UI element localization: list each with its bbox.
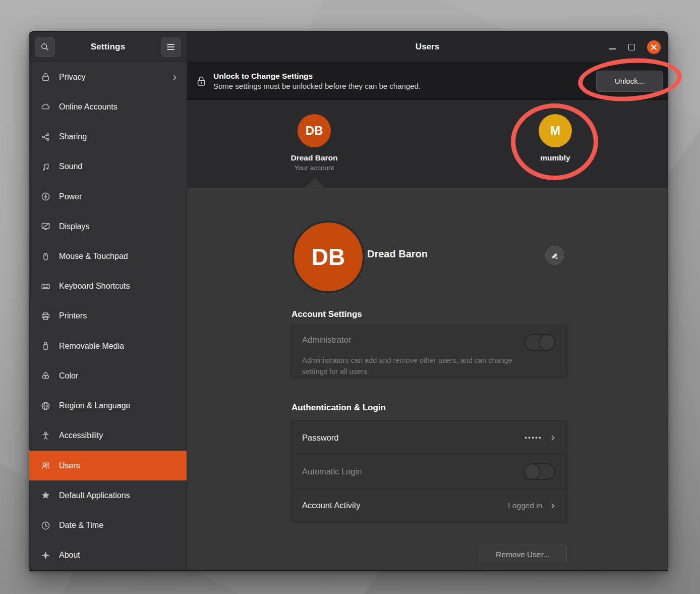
sidebar-item-printers[interactable]: Printers xyxy=(29,301,187,331)
cloud-icon xyxy=(41,102,50,112)
main-titlebar[interactable]: Users xyxy=(187,32,668,63)
sidebar-item-label: Power xyxy=(59,192,82,201)
password-dots: ••••• xyxy=(524,434,542,442)
sidebar-item-label: Keyboard Shortcuts xyxy=(59,282,130,291)
mouse-icon xyxy=(41,252,50,261)
profile-avatar[interactable]: DB xyxy=(291,220,365,294)
sidebar-item-about[interactable]: About xyxy=(29,541,187,570)
accessibility-person-icon xyxy=(41,431,50,441)
sidebar-nav: Privacy › Online Accounts Sharing Sound … xyxy=(29,62,187,570)
sidebar-item-mouse-touchpad[interactable]: Mouse & Touchpad xyxy=(29,241,187,271)
sidebar: Settings Privacy › Online Accounts Shari… xyxy=(29,32,187,570)
avatar: M xyxy=(539,114,572,147)
sidebar-item-label: Removable Media xyxy=(59,342,124,351)
sidebar-item-accessibility[interactable]: Accessibility xyxy=(29,421,187,451)
account-settings-heading: Account Settings xyxy=(291,309,362,319)
administrator-card: Administrator Administrators can add and… xyxy=(290,326,567,378)
music-note-icon xyxy=(41,162,50,172)
maximize-button[interactable] xyxy=(628,44,635,50)
star-icon xyxy=(41,491,50,500)
usb-drive-icon xyxy=(41,341,50,351)
sidebar-item-displays[interactable]: Displays xyxy=(29,211,187,241)
automatic-login-toggle[interactable] xyxy=(524,463,555,480)
unlock-button[interactable]: Unlock... xyxy=(596,71,663,92)
chevron-right-icon: › xyxy=(550,500,555,512)
sidebar-item-label: Printers xyxy=(59,311,87,320)
sidebar-item-color[interactable]: Color xyxy=(29,361,187,391)
users-icon xyxy=(41,461,50,470)
sidebar-item-label: Accessibility xyxy=(59,431,103,440)
settings-window: Settings Privacy › Online Accounts Shari… xyxy=(29,31,668,571)
sidebar-item-label: Privacy xyxy=(59,73,85,82)
sidebar-item-default-applications[interactable]: Default Applications xyxy=(29,480,187,510)
minimize-button[interactable] xyxy=(609,48,616,49)
automatic-login-label: Automatic Login xyxy=(302,467,362,476)
password-label: Password xyxy=(302,433,338,443)
sparkle-icon xyxy=(41,551,50,560)
sidebar-titlebar[interactable]: Settings xyxy=(29,32,187,62)
password-row[interactable]: Password ••••• › xyxy=(291,421,566,455)
sidebar-item-label: Sound xyxy=(59,162,82,171)
search-button[interactable] xyxy=(35,37,55,57)
sidebar-item-keyboard-shortcuts[interactable]: Keyboard Shortcuts xyxy=(29,272,187,301)
toggle-knob xyxy=(524,463,541,480)
close-icon xyxy=(651,44,657,50)
automatic-login-row: Automatic Login xyxy=(291,455,566,489)
sidebar-item-removable-media[interactable]: Removable Media xyxy=(29,331,187,361)
sidebar-item-date-time[interactable]: Date & Time xyxy=(29,511,187,541)
sidebar-app-title: Settings xyxy=(91,42,126,52)
keyboard-icon xyxy=(41,282,50,291)
administrator-description: Administrators can add and remove other … xyxy=(302,355,514,377)
user-detail-panel: DB Dread Baron Account Settings Administ… xyxy=(187,188,668,570)
carousel-user-name: Dread Baron xyxy=(290,153,337,163)
primary-menu-button[interactable] xyxy=(161,37,181,57)
unlock-subtitle: Some settings must be unlocked before th… xyxy=(213,82,421,90)
chevron-right-icon: › xyxy=(173,72,181,83)
carousel-selection-notch xyxy=(304,178,325,188)
unlock-title: Unlock to Change Settings xyxy=(213,72,421,81)
sidebar-item-power[interactable]: Power xyxy=(29,182,187,211)
carousel-user-name: mumbly xyxy=(540,153,570,163)
sidebar-item-sound[interactable]: Sound xyxy=(29,152,187,182)
carousel-user-mumbly[interactable]: M mumbly xyxy=(515,114,596,163)
administrator-toggle[interactable] xyxy=(524,334,555,351)
sidebar-item-users[interactable]: Users xyxy=(29,451,187,480)
chevron-right-icon: › xyxy=(550,431,555,444)
avatar: DB xyxy=(298,114,331,147)
search-icon xyxy=(40,42,49,51)
main-area: Users Unlock to Change S xyxy=(187,32,668,570)
sidebar-item-label: Color xyxy=(59,371,78,381)
user-carousel: DB Dread Baron Your account M mumbly xyxy=(187,100,668,188)
close-button[interactable] xyxy=(647,40,661,54)
account-activity-row[interactable]: Account Activity Logged in › xyxy=(291,489,566,522)
sidebar-item-privacy[interactable]: Privacy › xyxy=(29,62,187,92)
sidebar-item-label: About xyxy=(59,551,80,560)
administrator-label: Administrator xyxy=(302,335,351,345)
lock-icon xyxy=(41,72,50,82)
color-circles-icon xyxy=(41,371,50,381)
sidebar-item-label: Users xyxy=(59,461,80,470)
printer-icon xyxy=(41,311,50,321)
page-title: Users xyxy=(187,42,668,52)
share-nodes-icon xyxy=(41,132,50,142)
sidebar-item-label: Mouse & Touchpad xyxy=(59,252,128,261)
power-icon xyxy=(41,192,50,201)
carousel-user-subtitle: Your account xyxy=(295,164,334,172)
lock-icon xyxy=(196,76,206,87)
globe-icon xyxy=(41,401,50,411)
window-controls xyxy=(609,40,668,54)
pencil-icon xyxy=(551,251,559,260)
sidebar-item-sharing[interactable]: Sharing xyxy=(29,122,187,151)
sidebar-item-region-language[interactable]: Region & Language xyxy=(29,391,187,421)
sidebar-item-online-accounts[interactable]: Online Accounts xyxy=(29,92,187,122)
account-activity-value: Logged in xyxy=(508,501,542,510)
sidebar-item-label: Date & Time xyxy=(59,521,103,530)
auth-login-card: Password ••••• › Automatic Login Account… xyxy=(290,420,567,523)
remove-user-button[interactable]: Remove User... xyxy=(479,545,567,564)
edit-name-button[interactable] xyxy=(545,246,564,265)
carousel-user-dread-baron[interactable]: DB Dread Baron Your account xyxy=(274,114,355,172)
unlock-texts: Unlock to Change Settings Some settings … xyxy=(213,72,421,90)
profile-name: Dread Baron xyxy=(367,248,428,260)
account-activity-label: Account Activity xyxy=(302,501,361,510)
sidebar-item-label: Region & Language xyxy=(59,401,130,410)
